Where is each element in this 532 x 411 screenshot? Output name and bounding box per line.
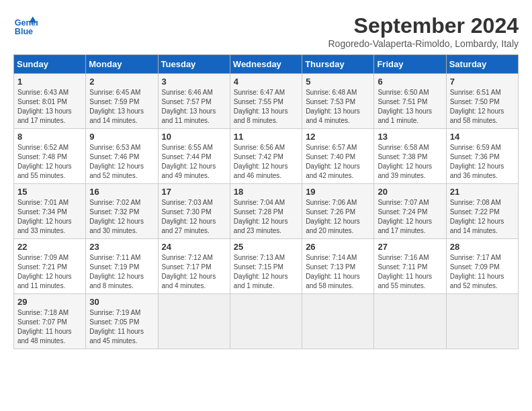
calendar-day-cell: 23Sunrise: 7:11 AM Sunset: 7:19 PM Dayli… — [86, 239, 158, 294]
day-number: 30 — [89, 297, 154, 307]
day-info: Sunrise: 6:57 AM Sunset: 7:40 PM Dayligh… — [306, 143, 370, 181]
day-info: Sunrise: 6:53 AM Sunset: 7:46 PM Dayligh… — [89, 143, 154, 181]
calendar-day-cell: 12Sunrise: 6:57 AM Sunset: 7:40 PM Dayli… — [302, 129, 374, 184]
day-info: Sunrise: 6:46 AM Sunset: 7:57 PM Dayligh… — [162, 88, 226, 126]
day-info: Sunrise: 7:11 AM Sunset: 7:19 PM Dayligh… — [89, 253, 154, 291]
day-number: 6 — [378, 77, 442, 87]
day-number: 14 — [450, 132, 515, 142]
calendar-day-cell: 5Sunrise: 6:48 AM Sunset: 7:53 PM Daylig… — [302, 74, 374, 129]
calendar-day-cell: 25Sunrise: 7:13 AM Sunset: 7:15 PM Dayli… — [230, 239, 302, 294]
calendar-day-cell: 13Sunrise: 6:58 AM Sunset: 7:38 PM Dayli… — [374, 129, 446, 184]
calendar-day-cell: 4Sunrise: 6:47 AM Sunset: 7:55 PM Daylig… — [230, 74, 302, 129]
day-info: Sunrise: 7:06 AM Sunset: 7:26 PM Dayligh… — [306, 198, 370, 236]
day-info: Sunrise: 7:12 AM Sunset: 7:17 PM Dayligh… — [162, 253, 226, 291]
day-number: 29 — [17, 297, 82, 307]
day-info: Sunrise: 6:58 AM Sunset: 7:38 PM Dayligh… — [378, 143, 442, 181]
day-number: 4 — [234, 77, 298, 87]
day-number: 16 — [89, 187, 154, 197]
day-info: Sunrise: 6:52 AM Sunset: 7:48 PM Dayligh… — [17, 143, 82, 181]
calendar-day-cell: 11Sunrise: 6:56 AM Sunset: 7:42 PM Dayli… — [230, 129, 302, 184]
calendar-day-cell: 3Sunrise: 6:46 AM Sunset: 7:57 PM Daylig… — [158, 74, 230, 129]
day-number: 23 — [89, 242, 154, 252]
day-info: Sunrise: 6:56 AM Sunset: 7:42 PM Dayligh… — [234, 143, 298, 181]
day-info: Sunrise: 7:13 AM Sunset: 7:15 PM Dayligh… — [234, 253, 298, 291]
calendar-day-cell: 26Sunrise: 7:14 AM Sunset: 7:13 PM Dayli… — [302, 239, 374, 294]
calendar-title: September 2024 — [328, 13, 519, 38]
day-number: 26 — [306, 242, 370, 252]
calendar-day-cell — [446, 294, 518, 349]
calendar-week-row: 8Sunrise: 6:52 AM Sunset: 7:48 PM Daylig… — [14, 129, 519, 184]
day-number: 27 — [378, 242, 442, 252]
day-number: 7 — [450, 77, 515, 87]
day-number: 24 — [162, 242, 226, 252]
calendar-day-cell: 8Sunrise: 6:52 AM Sunset: 7:48 PM Daylig… — [14, 129, 86, 184]
day-number: 18 — [234, 187, 298, 197]
calendar-day-cell: 27Sunrise: 7:16 AM Sunset: 7:11 PM Dayli… — [374, 239, 446, 294]
day-number: 21 — [450, 187, 515, 197]
calendar-subtitle: Rogoredo-Valaperta-Rimoldo, Lombardy, It… — [328, 38, 519, 49]
calendar-day-cell — [374, 294, 446, 349]
calendar-day-cell: 10Sunrise: 6:55 AM Sunset: 7:44 PM Dayli… — [158, 129, 230, 184]
day-info: Sunrise: 6:59 AM Sunset: 7:36 PM Dayligh… — [450, 143, 515, 181]
calendar-table: SundayMondayTuesdayWednesdayThursdayFrid… — [13, 54, 519, 349]
day-info: Sunrise: 7:09 AM Sunset: 7:21 PM Dayligh… — [17, 253, 82, 291]
calendar-day-cell: 21Sunrise: 7:08 AM Sunset: 7:22 PM Dayli… — [446, 184, 518, 239]
day-info: Sunrise: 7:17 AM Sunset: 7:09 PM Dayligh… — [450, 253, 515, 291]
calendar-day-cell: 24Sunrise: 7:12 AM Sunset: 7:17 PM Dayli… — [158, 239, 230, 294]
day-header: Saturday — [446, 55, 518, 74]
calendar-body: 1Sunrise: 6:43 AM Sunset: 8:01 PM Daylig… — [14, 74, 519, 349]
day-number: 1 — [17, 77, 82, 87]
calendar-day-cell: 2Sunrise: 6:45 AM Sunset: 7:59 PM Daylig… — [86, 74, 158, 129]
day-info: Sunrise: 6:55 AM Sunset: 7:44 PM Dayligh… — [162, 143, 226, 181]
calendar-day-cell — [230, 294, 302, 349]
day-info: Sunrise: 7:19 AM Sunset: 7:05 PM Dayligh… — [89, 308, 154, 346]
logo: General Blue — [13, 13, 38, 38]
day-header: Monday — [86, 55, 158, 74]
day-info: Sunrise: 7:01 AM Sunset: 7:34 PM Dayligh… — [17, 198, 82, 236]
calendar-day-cell — [158, 294, 230, 349]
day-number: 22 — [17, 242, 82, 252]
day-number: 11 — [234, 132, 298, 142]
day-number: 20 — [378, 187, 442, 197]
calendar-day-cell: 7Sunrise: 6:51 AM Sunset: 7:50 PM Daylig… — [446, 74, 518, 129]
calendar-week-row: 29Sunrise: 7:18 AM Sunset: 7:07 PM Dayli… — [14, 294, 519, 349]
day-info: Sunrise: 7:03 AM Sunset: 7:30 PM Dayligh… — [162, 198, 226, 236]
calendar-day-cell: 14Sunrise: 6:59 AM Sunset: 7:36 PM Dayli… — [446, 129, 518, 184]
day-info: Sunrise: 6:43 AM Sunset: 8:01 PM Dayligh… — [17, 88, 82, 126]
day-number: 28 — [450, 242, 515, 252]
calendar-day-cell: 22Sunrise: 7:09 AM Sunset: 7:21 PM Dayli… — [14, 239, 86, 294]
day-info: Sunrise: 7:08 AM Sunset: 7:22 PM Dayligh… — [450, 198, 515, 236]
calendar-day-cell: 9Sunrise: 6:53 AM Sunset: 7:46 PM Daylig… — [86, 129, 158, 184]
day-number: 2 — [89, 77, 154, 87]
day-info: Sunrise: 7:02 AM Sunset: 7:32 PM Dayligh… — [89, 198, 154, 236]
day-number: 19 — [306, 187, 370, 197]
day-header: Sunday — [14, 55, 86, 74]
header: General Blue September 2024 Rogoredo-Val… — [13, 13, 519, 49]
day-number: 3 — [162, 77, 226, 87]
calendar-day-cell: 28Sunrise: 7:17 AM Sunset: 7:09 PM Dayli… — [446, 239, 518, 294]
day-info: Sunrise: 6:45 AM Sunset: 7:59 PM Dayligh… — [89, 88, 154, 126]
calendar-day-cell: 16Sunrise: 7:02 AM Sunset: 7:32 PM Dayli… — [86, 184, 158, 239]
day-number: 5 — [306, 77, 370, 87]
day-info: Sunrise: 7:18 AM Sunset: 7:07 PM Dayligh… — [17, 308, 82, 346]
day-info: Sunrise: 6:50 AM Sunset: 7:51 PM Dayligh… — [378, 88, 442, 126]
calendar-week-row: 15Sunrise: 7:01 AM Sunset: 7:34 PM Dayli… — [14, 184, 519, 239]
calendar-day-cell: 17Sunrise: 7:03 AM Sunset: 7:30 PM Dayli… — [158, 184, 230, 239]
day-number: 25 — [234, 242, 298, 252]
calendar-day-cell — [302, 294, 374, 349]
day-number: 12 — [306, 132, 370, 142]
day-header: Tuesday — [158, 55, 230, 74]
calendar-day-cell: 30Sunrise: 7:19 AM Sunset: 7:05 PM Dayli… — [86, 294, 158, 349]
day-header: Thursday — [302, 55, 374, 74]
calendar-day-cell: 15Sunrise: 7:01 AM Sunset: 7:34 PM Dayli… — [14, 184, 86, 239]
day-info: Sunrise: 6:48 AM Sunset: 7:53 PM Dayligh… — [306, 88, 370, 126]
day-number: 9 — [89, 132, 154, 142]
day-number: 8 — [17, 132, 82, 142]
day-header: Wednesday — [230, 55, 302, 74]
day-info: Sunrise: 6:47 AM Sunset: 7:55 PM Dayligh… — [234, 88, 298, 126]
calendar-header-row: SundayMondayTuesdayWednesdayThursdayFrid… — [14, 55, 519, 74]
day-info: Sunrise: 7:07 AM Sunset: 7:24 PM Dayligh… — [378, 198, 442, 236]
day-number: 17 — [162, 187, 226, 197]
calendar-week-row: 22Sunrise: 7:09 AM Sunset: 7:21 PM Dayli… — [14, 239, 519, 294]
title-area: September 2024 Rogoredo-Valaperta-Rimold… — [328, 13, 519, 49]
